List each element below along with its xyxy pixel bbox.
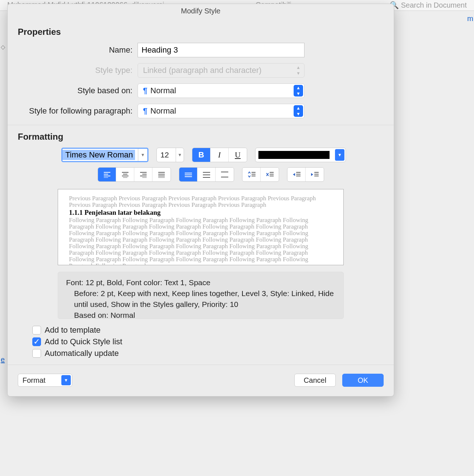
pilcrow-icon: ¶ — [143, 86, 147, 95]
align-center-button[interactable] — [116, 168, 134, 181]
preview-previous: Previous Paragraph Previous Paragraph Pr… — [69, 195, 332, 208]
align-right-button[interactable] — [134, 168, 152, 181]
line-spacing-15-button[interactable] — [197, 168, 216, 181]
dialog-title: Modify Style — [8, 4, 394, 17]
preview-pane: Previous Paragraph Previous Paragraph Pr… — [58, 189, 344, 265]
following-select[interactable]: ¶ Normal ▲▼ — [138, 104, 305, 118]
styletype-select: Linked (paragraph and character) ▲▼ — [138, 63, 305, 78]
desc-line: Before: 2 pt, Keep with next, Keep lines… — [66, 288, 335, 310]
checkbox-checked-icon[interactable]: ✓ — [32, 337, 41, 346]
format-menu-button[interactable]: Format ▼ — [18, 374, 72, 387]
color-swatch — [258, 151, 330, 159]
chevron-down-icon: ▼ — [176, 148, 184, 162]
indent-group — [287, 167, 324, 182]
para-spacing-group — [242, 167, 279, 182]
stepper-icon: ▲▼ — [294, 105, 303, 117]
checkbox-unchecked-icon[interactable] — [32, 349, 41, 358]
modify-style-dialog: Modify Style Properties Name: Style type… — [7, 4, 394, 397]
font-name: Times New Roman — [62, 150, 135, 160]
pilcrow-icon: ¶ — [143, 106, 147, 116]
line-spacing-2-button[interactable] — [216, 168, 234, 181]
bg-search: Search in Document — [401, 1, 467, 9]
styletype-label: Style type: — [18, 66, 138, 75]
name-label: Name: — [18, 45, 138, 55]
chevron-down-icon: ▼ — [61, 375, 71, 385]
svg-marker-30 — [293, 173, 295, 176]
italic-button[interactable]: I — [211, 148, 229, 162]
stepper-icon: ▲▼ — [294, 85, 303, 97]
chevron-down-icon: ▼ — [138, 149, 147, 161]
spacing-group — [179, 167, 234, 182]
add-to-template-row[interactable]: Add to template — [32, 325, 384, 335]
properties-heading: Properties — [18, 27, 384, 37]
font-size: 12 — [160, 151, 169, 159]
basedon-select[interactable]: ¶ Normal ▲▼ — [138, 83, 305, 98]
bg-q: ◇ — [1, 44, 5, 50]
space-before-button[interactable] — [242, 168, 261, 181]
add-to-template-label: Add to template — [45, 325, 101, 335]
styletype-value: Linked (paragraph and character) — [143, 66, 262, 75]
preview-sample: 1.1.1 Penjelasan latar belakang — [69, 208, 332, 217]
increase-indent-button[interactable] — [306, 168, 324, 181]
name-input[interactable] — [138, 43, 305, 57]
following-label: Style for following paragraph: — [18, 106, 138, 116]
add-to-quick-style-row[interactable]: ✓ Add to Quick Style list — [32, 337, 384, 346]
preview-following: Following Paragraph Following Paragraph … — [69, 217, 332, 265]
bold-button[interactable]: B — [192, 148, 211, 162]
svg-marker-34 — [311, 173, 313, 176]
format-label: Format — [23, 376, 45, 385]
style-description: Font: 12 pt, Bold, Font color: Text 1, S… — [58, 272, 344, 319]
bg-m: m — [467, 15, 473, 23]
following-value: Normal — [150, 106, 176, 116]
biu-group: B I U — [192, 148, 247, 162]
alignment-group — [98, 167, 171, 182]
formatting-heading: Formatting — [18, 132, 384, 142]
basedon-value: Normal — [150, 86, 176, 95]
font-select[interactable]: Times New Roman ▼ — [61, 148, 148, 162]
line-spacing-1-button[interactable] — [179, 168, 197, 181]
add-to-quick-style-label: Add to Quick Style list — [45, 337, 122, 346]
auto-update-label: Automatically update — [45, 349, 119, 358]
font-size-select[interactable]: 12 ▼ — [156, 148, 184, 162]
cancel-button[interactable]: Cancel — [294, 374, 336, 387]
desc-line: Based on: Normal — [66, 310, 335, 319]
font-color-picker[interactable]: ▼ — [255, 148, 346, 162]
align-left-button[interactable] — [98, 168, 116, 181]
bg-e: e — [1, 356, 5, 364]
decrease-indent-button[interactable] — [287, 168, 306, 181]
checkbox-unchecked-icon[interactable] — [32, 326, 41, 335]
basedon-label: Style based on: — [18, 86, 138, 95]
stepper-icon: ▲▼ — [294, 65, 303, 76]
space-after-button[interactable] — [261, 168, 279, 181]
align-justify-button[interactable] — [152, 168, 171, 181]
auto-update-row[interactable]: Automatically update — [32, 349, 384, 358]
underline-button[interactable]: U — [229, 148, 247, 162]
chevron-down-icon: ▼ — [335, 149, 344, 161]
ok-button[interactable]: OK — [342, 374, 384, 387]
desc-line: Font: 12 pt, Bold, Font color: Text 1, S… — [66, 277, 335, 288]
